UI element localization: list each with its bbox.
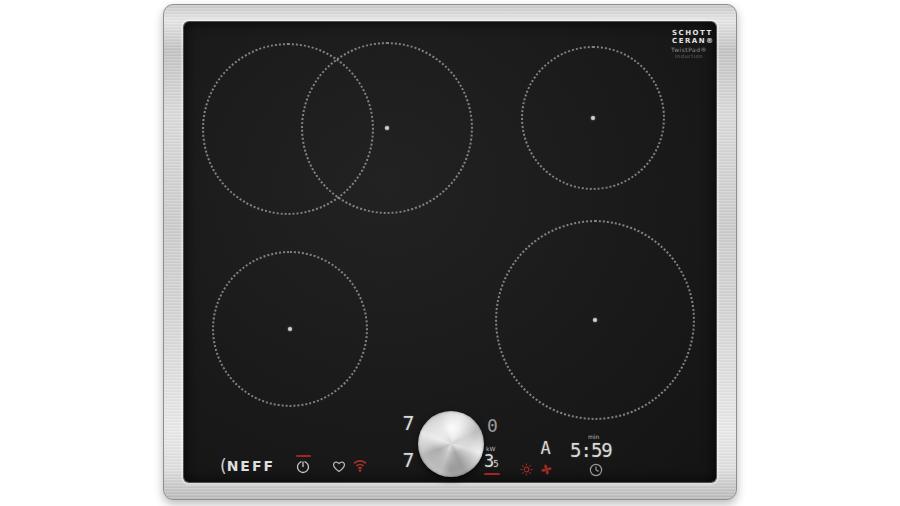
hood-fan-icon[interactable] (540, 463, 553, 476)
timer-display: 5:59 (570, 441, 612, 460)
home-connect-wifi-icon[interactable] (353, 460, 367, 472)
twistpad-line2: Induction (670, 53, 708, 60)
boost-power-display: 35 (484, 453, 498, 470)
zone-level-display-right-top: 0 (482, 417, 502, 435)
power-icon[interactable] (295, 458, 311, 474)
selected-zone-indicator-line (484, 473, 500, 475)
hood-light-icon[interactable] (520, 463, 533, 476)
schott-ceran-logo: SCHOTT CERAN® (672, 29, 706, 45)
schott-ceran-line1: SCHOTT (672, 29, 706, 37)
power-indicator-line (296, 455, 311, 457)
boost-power-sub: 5 (493, 459, 497, 469)
hob-glass-surface: SCHOTT CERAN® TwistPad® Induction (NEFF … (184, 22, 716, 482)
schott-ceran-line2: CERAN® (672, 37, 706, 45)
zone-level-display-left-bottom: 7 (398, 450, 418, 470)
boost-power-main: 3 (484, 451, 493, 471)
twistpad-knob[interactable] (418, 411, 484, 477)
zone-back-right-center-dot (591, 116, 595, 120)
timer-clock-icon[interactable] (589, 463, 603, 477)
neff-logo: (NEFF (220, 458, 275, 474)
twistpad-line1: TwistPad® (670, 46, 708, 53)
zone-back-left-center-dot (385, 126, 389, 130)
neff-logo-text: NEFF (227, 458, 275, 474)
zone-level-display-left-top: 7 (398, 413, 418, 433)
twistpad-print: TwistPad® Induction (670, 46, 708, 60)
favorite-heart-icon[interactable] (332, 460, 346, 473)
hood-mode-display: A (536, 440, 554, 457)
zone-front-right-center-dot (593, 318, 597, 322)
zone-front-left-center-dot (288, 327, 292, 331)
